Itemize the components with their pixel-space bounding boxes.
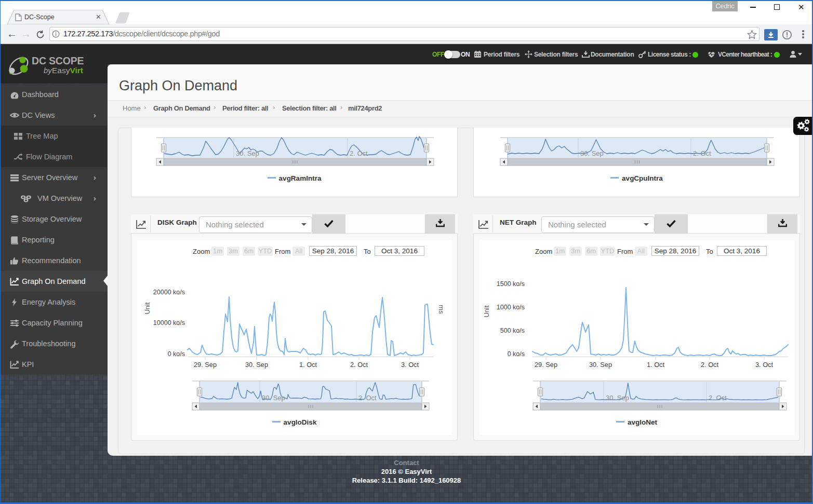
svg-text:0 ko/s: 0 ko/s	[508, 350, 525, 358]
svg-text:500 ko/s: 500 ko/s	[500, 327, 525, 334]
svg-text:1000 ko/s: 1000 ko/s	[497, 304, 525, 311]
svg-text:29. Sep: 29. Sep	[194, 361, 217, 369]
svg-text:20000 ko/s: 20000 ko/s	[153, 289, 185, 296]
svg-text:30. Sep: 30. Sep	[606, 394, 629, 402]
svg-text:2. Oct: 2. Oct	[358, 394, 377, 402]
svg-text:2. Oct: 2. Oct	[709, 394, 727, 402]
svg-text:29. Sep: 29. Sep	[535, 361, 557, 369]
svg-text:2. Oct: 2. Oct	[350, 361, 368, 369]
svg-text:30. Sep: 30. Sep	[580, 149, 604, 157]
svg-text:0 ko/s: 0 ko/s	[168, 350, 185, 358]
svg-text:2. Oct: 2. Oct	[693, 149, 711, 157]
svg-text:2. Oct: 2. Oct	[701, 361, 719, 369]
svg-text:2. Oct: 2. Oct	[350, 149, 368, 157]
svg-text:3. Oct: 3. Oct	[401, 361, 419, 369]
svg-text:30. Sep: 30. Sep	[245, 361, 268, 369]
svg-text:ms: ms	[437, 305, 445, 314]
svg-text:1. Oct: 1. Oct	[299, 361, 317, 369]
svg-text:1. Oct: 1. Oct	[647, 361, 665, 369]
svg-text:30. Sep: 30. Sep	[589, 361, 612, 369]
svg-text:30. Sep: 30. Sep	[262, 394, 285, 402]
svg-text:30. Sep: 30. Sep	[236, 149, 259, 157]
svg-text:Unit: Unit	[483, 305, 490, 318]
svg-text:Unit: Unit	[143, 302, 151, 315]
svg-text:3. Oct: 3. Oct	[755, 361, 774, 369]
svg-text:1500 ko/s: 1500 ko/s	[497, 280, 525, 288]
svg-text:10000 ko/s: 10000 ko/s	[153, 319, 185, 326]
